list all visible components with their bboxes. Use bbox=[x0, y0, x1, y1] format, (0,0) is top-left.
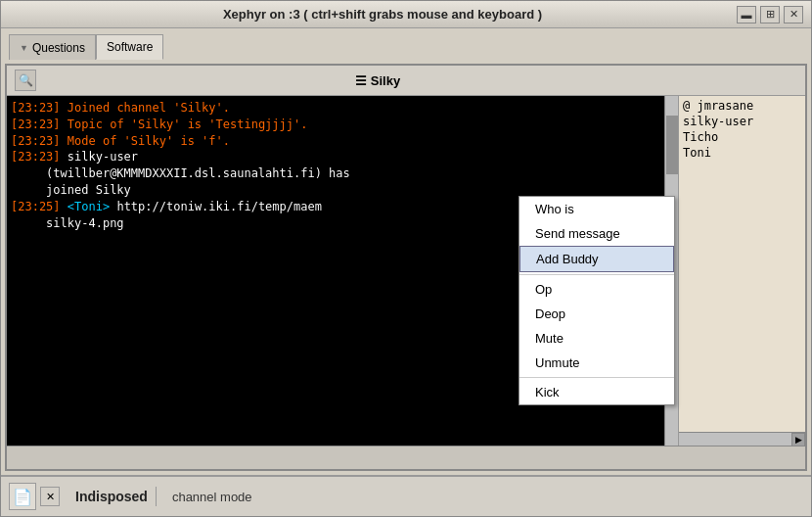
status-doc-icon: 📄 bbox=[9, 483, 36, 510]
indisposed-label: Indisposed bbox=[68, 487, 157, 506]
msg-4: [23:23] silky-user bbox=[11, 149, 660, 165]
msg-4-time: [23:23] bbox=[11, 150, 61, 164]
msg-4b-text: (twillber@KMMMDXXXII.dsl.saunalahti.fi) … bbox=[11, 166, 350, 180]
ctx-mute[interactable]: Mute bbox=[519, 326, 674, 351]
tab-questions-label: Questions bbox=[32, 41, 85, 55]
irc-title-left: 🔍 bbox=[15, 70, 36, 91]
msg-3: [23:23] Mode of 'Silky' is 'f'. bbox=[11, 133, 660, 150]
tab-bar: ▼ Questions Software bbox=[1, 28, 811, 60]
chat-body: [23:23] Joined channel 'Silky'. [23:23] … bbox=[7, 96, 805, 446]
irc-window: 🔍 ☰ Silky [23:23] Joined channel 'Silky'… bbox=[5, 64, 807, 471]
user-ticho[interactable]: Ticho bbox=[681, 129, 803, 145]
search-icon[interactable]: 🔍 bbox=[15, 70, 36, 91]
ctx-deop[interactable]: Deop bbox=[519, 302, 674, 326]
tab-software[interactable]: Software bbox=[96, 34, 163, 60]
msg-5-time: [23:25] bbox=[11, 200, 61, 213]
main-window: Xephyr on :3 ( ctrl+shift grabs mouse an… bbox=[0, 0, 812, 517]
msg-2-text: Topic of 'Silky' is 'Testingjjjj'. bbox=[68, 118, 308, 131]
msg-5-text: http://toniw.iki.fi/temp/maem bbox=[116, 200, 322, 213]
user-toni[interactable]: Toni bbox=[681, 145, 803, 161]
tab-questions[interactable]: ▼ Questions bbox=[9, 34, 96, 60]
ctx-who-is[interactable]: Who is bbox=[519, 197, 674, 221]
msg-1-time: [23:23] bbox=[11, 101, 61, 115]
msg-5b-text: silky-4.png bbox=[11, 216, 124, 230]
msg-2: [23:23] Topic of 'Silky' is 'Testingjjjj… bbox=[11, 117, 660, 133]
close-button[interactable]: ✕ bbox=[784, 6, 803, 24]
user-jmrasane[interactable]: @ jmrasane bbox=[681, 98, 803, 114]
chat-input-area bbox=[7, 446, 805, 469]
context-menu: Who is Send message Add Buddy Op Deop Mu… bbox=[519, 196, 675, 405]
window-buttons: ▬ ⊞ ✕ bbox=[737, 6, 803, 24]
users-list: @ jmrasane silky-user Ticho Toni bbox=[679, 96, 805, 432]
ctx-sep-1 bbox=[519, 274, 674, 275]
scroll-thumb bbox=[666, 116, 678, 174]
ctx-op[interactable]: Op bbox=[519, 277, 674, 302]
minimize-button[interactable]: ▬ bbox=[737, 6, 756, 24]
users-panel: @ jmrasane silky-user Ticho Toni ▶ bbox=[678, 96, 805, 446]
tab-software-label: Software bbox=[107, 40, 153, 54]
ctx-sep-2 bbox=[519, 377, 674, 378]
msg-3-text: Mode of 'Silky' is 'f'. bbox=[68, 134, 230, 148]
msg-2-time: [23:23] bbox=[11, 118, 61, 131]
msg-1-text: Joined channel 'Silky'. bbox=[68, 101, 230, 115]
ctx-add-buddy[interactable]: Add Buddy bbox=[519, 246, 674, 272]
users-scrollbar[interactable]: ▶ bbox=[679, 432, 805, 446]
scroll-right-icon[interactable]: ▶ bbox=[791, 433, 805, 446]
ctx-send-message[interactable]: Send message bbox=[519, 221, 674, 246]
msg-4b: (twillber@KMMMDXXXII.dsl.saunalahti.fi) … bbox=[11, 165, 660, 182]
msg-4c-text: joined Silky bbox=[11, 183, 131, 197]
channel-title: Silky bbox=[371, 73, 400, 88]
ctx-unmute[interactable]: Unmute bbox=[519, 351, 674, 375]
channel-icon: ☰ bbox=[355, 73, 367, 88]
ctx-kick[interactable]: Kick bbox=[519, 380, 674, 404]
title-bar: Xephyr on :3 ( ctrl+shift grabs mouse an… bbox=[1, 1, 811, 28]
msg-4-text: silky-user bbox=[68, 150, 138, 164]
status-bar: 📄 ✕ Indisposed channel mode bbox=[1, 475, 811, 516]
irc-titlebar: 🔍 ☰ Silky bbox=[7, 66, 805, 96]
msg-5-nick: <Toni> bbox=[68, 200, 110, 213]
tab-arrow-icon: ▼ bbox=[20, 43, 28, 53]
main-area: 🔍 ☰ Silky [23:23] Joined channel 'Silky'… bbox=[1, 60, 811, 475]
msg-3-time: [23:23] bbox=[11, 134, 61, 148]
irc-title-center: ☰ Silky bbox=[355, 73, 400, 88]
close-icon: ✕ bbox=[46, 491, 55, 503]
user-silky[interactable]: silky-user bbox=[681, 114, 803, 129]
chat-input[interactable] bbox=[7, 446, 805, 469]
window-title: Xephyr on :3 ( ctrl+shift grabs mouse an… bbox=[28, 7, 737, 22]
msg-1: [23:23] Joined channel 'Silky'. bbox=[11, 100, 660, 117]
status-close-button[interactable]: ✕ bbox=[40, 487, 60, 506]
channel-mode-label: channel mode bbox=[164, 488, 260, 506]
maximize-button[interactable]: ⊞ bbox=[760, 6, 780, 24]
doc-icon-glyph: 📄 bbox=[13, 488, 32, 506]
